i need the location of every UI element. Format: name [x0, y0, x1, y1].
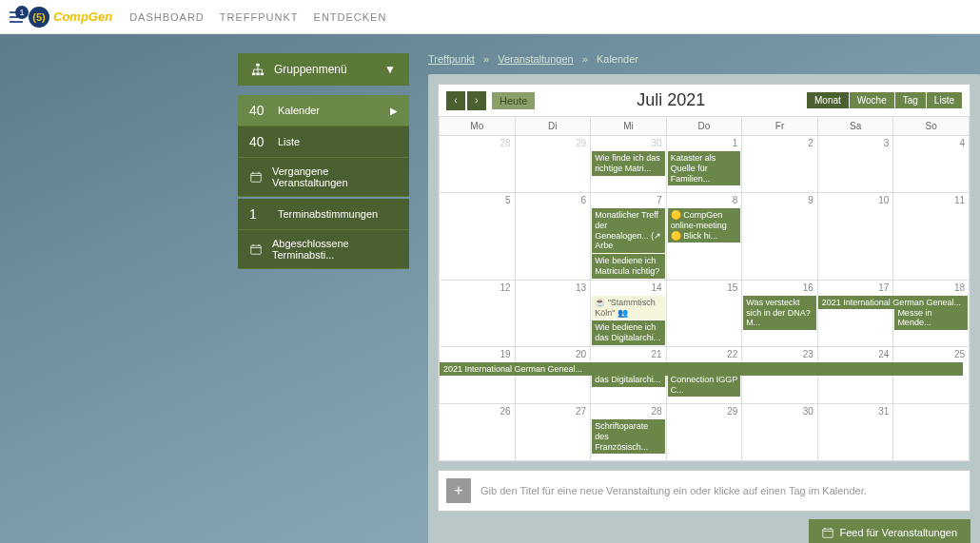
calendar-day-cell[interactable]: 192021 International German Geneal...: [440, 346, 516, 403]
calendar-day-cell[interactable]: [893, 403, 970, 460]
breadcrumb-kalender: Kalender: [597, 53, 638, 65]
calendar-event[interactable]: ☕ "Stammtisch Köln" 👥: [592, 296, 665, 320]
calendar-day-cell[interactable]: 4: [893, 136, 970, 193]
view-tab-monat[interactable]: Monat: [807, 92, 849, 108]
calendar-day-cell[interactable]: 5: [440, 193, 516, 281]
calendar-event[interactable]: Was versteckt sich in der DNA? M...: [743, 296, 816, 330]
calendar-day-cell[interactable]: 30Wie finde ich das richtige Matri...: [591, 136, 667, 193]
calendar-event-span[interactable]: 2021 International German Geneal...: [440, 362, 963, 376]
calendar-day-cell[interactable]: 30: [742, 403, 818, 460]
day-number: 24: [818, 347, 893, 361]
sidebar-count: 40: [249, 134, 268, 149]
prev-month-button[interactable]: ‹: [446, 91, 465, 110]
day-number: 11: [893, 193, 969, 207]
logo-text: CompGen: [53, 10, 112, 24]
sidebar-count: 1: [249, 206, 268, 222]
sitemap-icon: [251, 63, 265, 76]
calendar-day-cell[interactable]: 10: [817, 193, 893, 281]
calendar-day-cell[interactable]: 11: [893, 193, 970, 281]
day-number: 27: [516, 404, 591, 418]
day-number: [893, 404, 969, 408]
calendar-day-cell[interactable]: 8🟡 CompGen online-meeting 🟡 Blick hi...: [666, 193, 742, 281]
day-number: 20: [516, 347, 591, 361]
calendar-day-cell[interactable]: 28: [440, 136, 516, 193]
calendar-day-cell[interactable]: 29: [666, 403, 742, 460]
add-event-button[interactable]: +: [446, 478, 471, 503]
calendar-event[interactable]: Monatlicher Treff der Genealogen... (↗ A…: [592, 208, 665, 253]
nav-treffpunkt[interactable]: TREFFPUNKT: [220, 11, 299, 23]
calendar-day-cell[interactable]: 186. genealogische Messe in Mende...: [893, 280, 970, 346]
day-number: 17: [818, 281, 893, 295]
breadcrumb-treffpunkt[interactable]: Treffpunkt: [428, 53, 475, 65]
group-menu-dropdown[interactable]: Gruppenmenü ▼: [238, 53, 409, 86]
sidebar-item-label: Kalender: [278, 105, 381, 116]
view-tab-liste[interactable]: Liste: [927, 92, 962, 108]
calendar-day-cell[interactable]: 31: [817, 403, 893, 460]
chevron-right-icon: ▶: [390, 106, 398, 116]
breadcrumb-veranstaltungen[interactable]: Veranstaltungen: [498, 53, 574, 65]
sidebar-item-liste[interactable]: 40Liste: [238, 126, 409, 158]
sidebar-item-label: Vergangene Veranstaltungen: [272, 165, 398, 188]
day-number: 18: [893, 281, 969, 295]
calendar-day-cell[interactable]: 29: [515, 136, 591, 193]
sidebar-item-label: Terminabstimmungen: [278, 208, 398, 220]
calendar-event-span[interactable]: 2021 International German Geneal...: [818, 296, 968, 309]
nav-entdecken[interactable]: ENTDECKEN: [314, 11, 387, 23]
day-number: 13: [516, 281, 591, 295]
calendar-day-cell[interactable]: 1Kataster als Quelle für Familien...: [666, 136, 742, 193]
calendar-day-cell[interactable]: 172021 International German Geneal...: [817, 280, 893, 346]
calendar-day-cell[interactable]: 16Was versteckt sich in der DNA? M...: [742, 280, 818, 346]
calendar-panel: ‹ › Heute Juli 2021 MonatWocheTagListe M…: [428, 74, 980, 543]
calendar-day-cell[interactable]: 12: [440, 280, 516, 346]
calendar-day-cell[interactable]: 3: [817, 136, 893, 193]
today-button[interactable]: Heute: [492, 92, 535, 109]
sidebar-item-terminabstimmungen[interactable]: 1Terminabstimmungen: [238, 199, 409, 230]
sidebar: Gruppenmenü ▼ 40Kalender▶40ListeVergange…: [238, 53, 409, 543]
topbar: 1 (5) CompGen DASHBOARD TREFFPUNKT ENTDE…: [0, 0, 980, 34]
view-tab-woche[interactable]: Woche: [850, 92, 894, 108]
logo[interactable]: (5) CompGen: [29, 7, 112, 28]
calendar-icon: [249, 170, 263, 184]
svg-rect-3: [261, 73, 265, 76]
day-header: Sa: [817, 117, 893, 136]
svg-rect-2: [256, 73, 260, 76]
day-number: 10: [818, 193, 893, 207]
calendar-day-cell[interactable]: 2: [742, 136, 818, 193]
calendar-event[interactable]: Wie finde ich das richtige Matri...: [592, 151, 665, 176]
sidebar-item-vergangene-veranstaltungen[interactable]: Vergangene Veranstaltungen: [238, 158, 409, 197]
calendar-event[interactable]: Wie bediene ich Matricula richtig?: [592, 254, 665, 279]
calendar-day-cell[interactable]: 14☕ "Stammtisch Köln" 👥Wie bediene ich d…: [591, 280, 667, 346]
feed-button-label: Feed für Veranstaltungen: [839, 527, 957, 538]
calendar-day-cell[interactable]: 26: [440, 403, 516, 460]
day-number: 22: [667, 347, 742, 361]
day-header: Fr: [742, 117, 818, 136]
day-number: 28: [591, 404, 666, 418]
sidebar-item-abgeschlossene-terminabsti---[interactable]: Abgeschlossene Terminabsti...: [238, 230, 409, 269]
next-month-button[interactable]: ›: [467, 91, 486, 110]
calendar-day-cell[interactable]: 6: [515, 193, 591, 281]
nav-dashboard[interactable]: DASHBOARD: [129, 11, 205, 23]
view-tab-tag[interactable]: Tag: [895, 92, 926, 108]
calendar-event[interactable]: 🟡 CompGen online-meeting 🟡 Blick hi...: [668, 208, 741, 242]
calendar-day-cell[interactable]: 28Schriftoparate des Französisch...: [591, 403, 667, 460]
chevron-down-icon: ▼: [384, 63, 396, 76]
calendar-icon: [822, 527, 833, 538]
calendar-day-cell[interactable]: 27: [515, 403, 591, 460]
sidebar-item-kalender[interactable]: 40Kalender▶: [238, 95, 409, 126]
day-number: 2: [742, 136, 817, 150]
calendar-day-cell[interactable]: 9: [742, 193, 818, 281]
calendar-day-cell[interactable]: 13: [515, 280, 591, 346]
hamburger-menu[interactable]: 1: [10, 11, 23, 23]
calendar-day-cell[interactable]: 7Monatlicher Treff der Genealogen... (↗ …: [591, 193, 667, 281]
day-number: 14: [591, 281, 666, 295]
add-event-bar[interactable]: + Gib den Titel für eine neue Veranstalt…: [438, 470, 970, 512]
logo-icon: (5): [29, 7, 49, 28]
calendar-event[interactable]: Wie bediene ich das Digitalarchi...: [592, 320, 665, 345]
day-number: 4: [893, 136, 969, 150]
day-number: 16: [742, 281, 817, 295]
feed-button[interactable]: Feed für Veranstaltungen: [809, 519, 970, 543]
calendar-event[interactable]: Schriftoparate des Französisch...: [592, 419, 665, 454]
calendar-event[interactable]: Kataster als Quelle für Familien...: [668, 151, 741, 185]
day-number: 9: [742, 193, 817, 207]
calendar-day-cell[interactable]: 15: [666, 280, 742, 346]
